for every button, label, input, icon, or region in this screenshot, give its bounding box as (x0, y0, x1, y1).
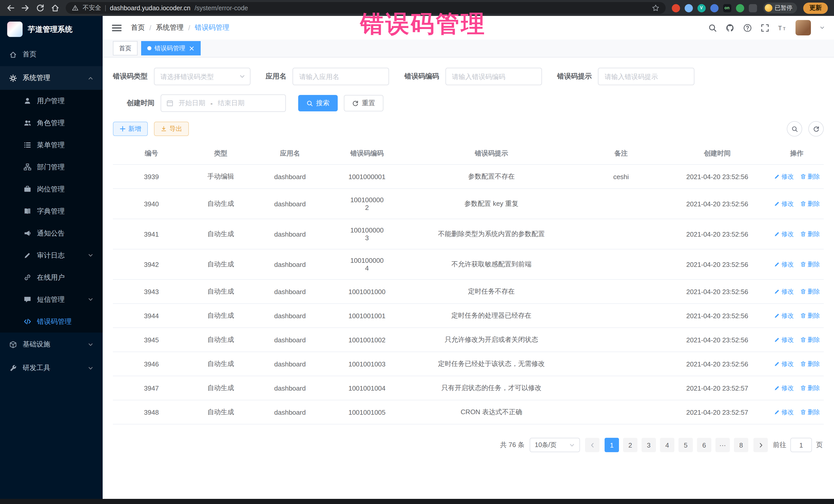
forward-icon[interactable] (21, 4, 30, 12)
browser-update-button[interactable]: 更新 (803, 2, 828, 14)
extension-icon[interactable]: V (697, 4, 705, 12)
edit-link[interactable]: 修改 (774, 287, 794, 296)
github-icon[interactable] (726, 23, 734, 32)
address-bar[interactable]: 不安全 dashboard.yudao.iocoder.cn /system/e… (66, 2, 665, 14)
sidebar-item[interactable]: 短信管理 (0, 288, 103, 310)
error-type-select[interactable] (154, 68, 250, 85)
sidebar-item[interactable]: 通知公告 (0, 222, 103, 244)
table-row[interactable]: 3947 自动生成 dashboard 1001001004 只有开启状态的任务… (113, 376, 824, 400)
extension-icon[interactable] (672, 4, 680, 12)
table-row[interactable]: 3940 自动生成 dashboard 100100000 2 参数配置 key… (113, 189, 824, 219)
sidebar-item[interactable]: 在线用户 (0, 266, 103, 288)
app-logo[interactable]: 芋道管理系统 (0, 16, 103, 43)
page-button[interactable]: 8 (734, 438, 748, 452)
refresh-table-button[interactable] (808, 121, 824, 136)
table-row[interactable]: 3942 自动生成 dashboard 100100000 4 不允许获取敏感配… (113, 249, 824, 280)
search-button[interactable]: 搜索 (298, 95, 338, 111)
sidebar-item[interactable]: 角色管理 (0, 112, 103, 134)
table-row[interactable]: 3945 自动生成 dashboard 1001001002 只允许修改为开启或… (113, 328, 824, 352)
menu-item-icon (24, 295, 31, 303)
close-tab-icon[interactable] (189, 45, 195, 51)
delete-link[interactable]: 删除 (800, 311, 820, 320)
add-button[interactable]: 新增 (113, 122, 148, 136)
page-button[interactable]: 2 (623, 438, 637, 452)
delete-link[interactable]: 删除 (800, 172, 820, 181)
goto-page-input[interactable] (790, 438, 812, 452)
sidebar-item[interactable]: 系统管理 (0, 66, 103, 90)
sidebar-item[interactable]: 基础设施 (0, 333, 103, 356)
sidebar-item[interactable]: 字典管理 (0, 200, 103, 222)
delete-link[interactable]: 删除 (800, 335, 820, 344)
sidebar-item[interactable]: 首页 (0, 43, 103, 66)
date-range-picker[interactable]: 开始日期 - 结束日期 (161, 94, 286, 112)
toggle-search-button[interactable] (787, 121, 802, 136)
page-button[interactable]: ··· (716, 438, 730, 452)
delete-link[interactable]: 删除 (800, 199, 820, 208)
home-icon[interactable] (51, 4, 60, 12)
edit-icon (774, 361, 780, 367)
sidebar-item[interactable]: 错误码管理 (0, 310, 103, 333)
avatar-caret-icon[interactable] (820, 25, 825, 30)
edit-link[interactable]: 修改 (774, 311, 794, 320)
sidebar-item[interactable]: 岗位管理 (0, 178, 103, 200)
tab-error-code[interactable]: 错误码管理 (141, 41, 201, 56)
breadcrumb-home[interactable]: 首页 (131, 23, 145, 32)
page-button[interactable]: 3 (641, 438, 656, 452)
table-row[interactable]: 3943 自动生成 dashboard 1001001000 定时任务不存在 2… (113, 280, 824, 304)
edit-link[interactable]: 修改 (774, 260, 794, 269)
font-size-icon[interactable]: TT (778, 23, 787, 32)
sidebar-item[interactable]: 审计日志 (0, 244, 103, 266)
fullscreen-icon[interactable] (761, 23, 769, 32)
help-icon[interactable] (743, 23, 752, 32)
sidebar-item[interactable]: 菜单管理 (0, 134, 103, 156)
delete-link[interactable]: 删除 (800, 384, 820, 392)
breadcrumb-system[interactable]: 系统管理 (156, 23, 184, 32)
table-row[interactable]: 3939 手动编辑 dashboard 1001000001 参数配置不存在 c… (113, 165, 824, 189)
extension-icon[interactable] (684, 4, 693, 12)
extension-icon[interactable] (710, 4, 718, 12)
edit-link[interactable]: 修改 (774, 172, 794, 181)
edit-link[interactable]: 修改 (774, 230, 794, 238)
delete-link[interactable]: 删除 (800, 359, 820, 368)
bookmark-star-icon[interactable] (652, 4, 659, 12)
table-row[interactable]: 3944 自动生成 dashboard 1001001001 定时任务的处理器已… (113, 304, 824, 328)
tab-home[interactable]: 首页 (113, 41, 137, 56)
user-avatar[interactable] (795, 20, 811, 36)
search-icon[interactable] (708, 23, 717, 32)
page-button[interactable]: 1 (605, 438, 619, 452)
edit-link[interactable]: 修改 (774, 199, 794, 208)
breadcrumb-separator: / (149, 24, 151, 31)
sidebar-item[interactable]: 部门管理 (0, 156, 103, 178)
table-row[interactable]: 3946 自动生成 dashboard 1001001003 定时任务已经处于该… (113, 352, 824, 376)
edit-link[interactable]: 修改 (774, 408, 794, 416)
delete-link[interactable]: 删除 (800, 287, 820, 296)
page-size-select[interactable]: 10条/页 (530, 438, 580, 452)
sidebar-item[interactable]: 研发工具 (0, 356, 103, 380)
prev-page-button[interactable] (585, 438, 599, 452)
edit-link[interactable]: 修改 (774, 359, 794, 368)
next-page-button[interactable] (753, 438, 768, 452)
app-name-input[interactable] (292, 68, 389, 85)
hamburger-icon[interactable] (112, 24, 122, 31)
error-hint-input[interactable] (598, 68, 695, 85)
profile-paused-badge[interactable]: 已暂停 (763, 3, 797, 13)
delete-link[interactable]: 删除 (800, 230, 820, 238)
edit-link[interactable]: 修改 (774, 384, 794, 392)
extension-icon[interactable] (736, 4, 744, 12)
page-button[interactable]: 4 (660, 438, 674, 452)
reload-icon[interactable] (36, 4, 45, 12)
table-row[interactable]: 3948 自动生成 dashboard 1001001005 CRON 表达式不… (113, 400, 824, 424)
reset-button[interactable]: 重置 (344, 95, 383, 111)
extension-icon[interactable] (749, 4, 757, 12)
extension-icon[interactable]: on (723, 4, 731, 12)
page-button[interactable]: 6 (697, 438, 711, 452)
back-icon[interactable] (6, 4, 15, 12)
delete-link[interactable]: 删除 (800, 408, 820, 416)
error-code-input[interactable] (445, 68, 542, 85)
edit-link[interactable]: 修改 (774, 335, 794, 344)
page-button[interactable]: 5 (679, 438, 693, 452)
sidebar-item[interactable]: 用户管理 (0, 90, 103, 112)
delete-link[interactable]: 删除 (800, 260, 820, 269)
export-button[interactable]: 导出 (154, 122, 189, 136)
table-row[interactable]: 3941 自动生成 dashboard 100100000 3 不能删除类型为系… (113, 219, 824, 249)
